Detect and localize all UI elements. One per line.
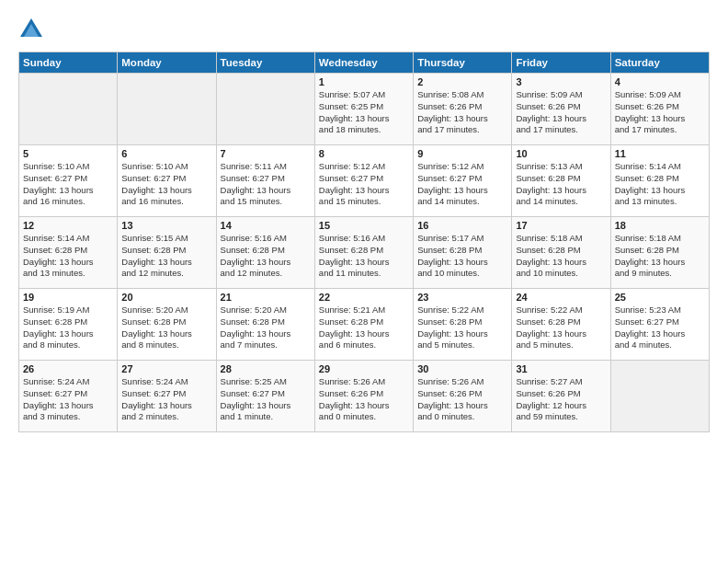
- day-number: 24: [516, 292, 606, 303]
- day-info: Sunrise: 5:27 AM Sunset: 6:26 PM Dayligh…: [516, 376, 606, 423]
- day-info: Sunrise: 5:09 AM Sunset: 6:26 PM Dayligh…: [516, 89, 606, 136]
- calendar-cell-w4d1: 27Sunrise: 5:24 AM Sunset: 6:27 PM Dayli…: [118, 361, 216, 432]
- day-number: 26: [23, 363, 113, 374]
- day-info: Sunrise: 5:15 AM Sunset: 6:28 PM Dayligh…: [121, 233, 211, 280]
- day-info: Sunrise: 5:14 AM Sunset: 6:28 PM Dayligh…: [615, 161, 705, 208]
- logo-icon: [18, 17, 44, 42]
- day-number: 29: [319, 363, 409, 374]
- day-number: 5: [23, 148, 113, 159]
- calendar-cell-w1d1: 6Sunrise: 5:10 AM Sunset: 6:27 PM Daylig…: [118, 145, 216, 217]
- day-info: Sunrise: 5:18 AM Sunset: 6:28 PM Dayligh…: [516, 233, 606, 280]
- day-info: Sunrise: 5:12 AM Sunset: 6:27 PM Dayligh…: [319, 161, 409, 208]
- calendar-cell-w2d5: 17Sunrise: 5:18 AM Sunset: 6:28 PM Dayli…: [512, 217, 610, 289]
- calendar-cell-w4d0: 26Sunrise: 5:24 AM Sunset: 6:27 PM Dayli…: [19, 361, 118, 432]
- day-number: 15: [319, 220, 409, 231]
- day-number: 13: [121, 220, 211, 231]
- day-info: Sunrise: 5:19 AM Sunset: 6:28 PM Dayligh…: [23, 304, 113, 351]
- day-info: Sunrise: 5:08 AM Sunset: 6:26 PM Dayligh…: [417, 89, 507, 136]
- calendar-cell-w4d2: 28Sunrise: 5:25 AM Sunset: 6:27 PM Dayli…: [216, 361, 314, 432]
- day-info: Sunrise: 5:24 AM Sunset: 6:27 PM Dayligh…: [121, 376, 211, 423]
- calendar-cell-w3d3: 22Sunrise: 5:21 AM Sunset: 6:28 PM Dayli…: [314, 289, 413, 361]
- day-number: 21: [221, 292, 311, 303]
- calendar-cell-w0d6: 4Sunrise: 5:09 AM Sunset: 6:26 PM Daylig…: [610, 74, 709, 145]
- day-info: Sunrise: 5:20 AM Sunset: 6:28 PM Dayligh…: [121, 304, 211, 351]
- day-info: Sunrise: 5:07 AM Sunset: 6:25 PM Dayligh…: [319, 89, 409, 136]
- calendar-cell-w1d4: 9Sunrise: 5:12 AM Sunset: 6:27 PM Daylig…: [414, 145, 512, 217]
- calendar-cell-w4d6: [610, 361, 709, 432]
- calendar-week-3: 19Sunrise: 5:19 AM Sunset: 6:28 PM Dayli…: [19, 289, 710, 361]
- day-number: 4: [615, 76, 705, 87]
- day-number: 28: [221, 363, 311, 374]
- day-info: Sunrise: 5:22 AM Sunset: 6:28 PM Dayligh…: [516, 304, 606, 351]
- day-info: Sunrise: 5:26 AM Sunset: 6:26 PM Dayligh…: [319, 376, 409, 423]
- calendar-week-1: 5Sunrise: 5:10 AM Sunset: 6:27 PM Daylig…: [19, 145, 710, 217]
- calendar-header-friday: Friday: [512, 52, 610, 74]
- calendar-cell-w1d3: 8Sunrise: 5:12 AM Sunset: 6:27 PM Daylig…: [314, 145, 413, 217]
- day-info: Sunrise: 5:22 AM Sunset: 6:28 PM Dayligh…: [417, 304, 507, 351]
- day-info: Sunrise: 5:09 AM Sunset: 6:26 PM Dayligh…: [615, 89, 705, 136]
- calendar-header-thursday: Thursday: [414, 52, 512, 74]
- calendar-week-4: 26Sunrise: 5:24 AM Sunset: 6:27 PM Dayli…: [19, 361, 710, 432]
- calendar-cell-w2d1: 13Sunrise: 5:15 AM Sunset: 6:28 PM Dayli…: [118, 217, 216, 289]
- day-info: Sunrise: 5:10 AM Sunset: 6:27 PM Dayligh…: [121, 161, 211, 208]
- day-number: 8: [319, 148, 409, 159]
- day-info: Sunrise: 5:26 AM Sunset: 6:26 PM Dayligh…: [417, 376, 507, 423]
- day-number: 22: [319, 292, 409, 303]
- calendar-cell-w3d1: 20Sunrise: 5:20 AM Sunset: 6:28 PM Dayli…: [118, 289, 216, 361]
- day-number: 14: [221, 220, 311, 231]
- calendar-cell-w1d5: 10Sunrise: 5:13 AM Sunset: 6:28 PM Dayli…: [512, 145, 610, 217]
- day-info: Sunrise: 5:14 AM Sunset: 6:28 PM Dayligh…: [23, 233, 113, 280]
- day-number: 2: [417, 76, 507, 87]
- calendar-cell-w0d3: 1Sunrise: 5:07 AM Sunset: 6:25 PM Daylig…: [314, 74, 413, 145]
- header: [18, 17, 710, 42]
- day-number: 27: [121, 363, 211, 374]
- day-info: Sunrise: 5:21 AM Sunset: 6:28 PM Dayligh…: [319, 304, 409, 351]
- day-number: 1: [319, 76, 409, 87]
- calendar-header-saturday: Saturday: [610, 52, 709, 74]
- day-number: 10: [516, 148, 606, 159]
- day-number: 23: [417, 292, 507, 303]
- day-info: Sunrise: 5:20 AM Sunset: 6:28 PM Dayligh…: [221, 304, 311, 351]
- calendar-header-monday: Monday: [118, 52, 216, 74]
- calendar-cell-w0d2: [216, 74, 314, 145]
- day-info: Sunrise: 5:13 AM Sunset: 6:28 PM Dayligh…: [516, 161, 606, 208]
- day-number: 17: [516, 220, 606, 231]
- day-info: Sunrise: 5:11 AM Sunset: 6:27 PM Dayligh…: [221, 161, 311, 208]
- day-info: Sunrise: 5:18 AM Sunset: 6:28 PM Dayligh…: [615, 233, 705, 280]
- calendar-cell-w2d0: 12Sunrise: 5:14 AM Sunset: 6:28 PM Dayli…: [19, 217, 118, 289]
- calendar-cell-w3d6: 25Sunrise: 5:23 AM Sunset: 6:27 PM Dayli…: [610, 289, 709, 361]
- day-info: Sunrise: 5:10 AM Sunset: 6:27 PM Dayligh…: [23, 161, 113, 208]
- calendar-cell-w1d6: 11Sunrise: 5:14 AM Sunset: 6:28 PM Dayli…: [610, 145, 709, 217]
- day-number: 12: [23, 220, 113, 231]
- calendar-cell-w0d1: [118, 74, 216, 145]
- page: SundayMondayTuesdayWednesdayThursdayFrid…: [0, 0, 728, 563]
- calendar-cell-w0d4: 2Sunrise: 5:08 AM Sunset: 6:26 PM Daylig…: [414, 74, 512, 145]
- calendar-cell-w4d3: 29Sunrise: 5:26 AM Sunset: 6:26 PM Dayli…: [314, 361, 413, 432]
- calendar-cell-w3d5: 24Sunrise: 5:22 AM Sunset: 6:28 PM Dayli…: [512, 289, 610, 361]
- calendar-cell-w2d2: 14Sunrise: 5:16 AM Sunset: 6:28 PM Dayli…: [216, 217, 314, 289]
- day-info: Sunrise: 5:24 AM Sunset: 6:27 PM Dayligh…: [23, 376, 113, 423]
- day-number: 20: [121, 292, 211, 303]
- calendar-cell-w1d0: 5Sunrise: 5:10 AM Sunset: 6:27 PM Daylig…: [19, 145, 118, 217]
- calendar-cell-w3d4: 23Sunrise: 5:22 AM Sunset: 6:28 PM Dayli…: [414, 289, 512, 361]
- calendar: SundayMondayTuesdayWednesdayThursdayFrid…: [18, 52, 710, 432]
- calendar-week-2: 12Sunrise: 5:14 AM Sunset: 6:28 PM Dayli…: [19, 217, 710, 289]
- calendar-cell-w4d5: 31Sunrise: 5:27 AM Sunset: 6:26 PM Dayli…: [512, 361, 610, 432]
- calendar-cell-w2d4: 16Sunrise: 5:17 AM Sunset: 6:28 PM Dayli…: [414, 217, 512, 289]
- day-info: Sunrise: 5:12 AM Sunset: 6:27 PM Dayligh…: [417, 161, 507, 208]
- calendar-cell-w2d6: 18Sunrise: 5:18 AM Sunset: 6:28 PM Dayli…: [610, 217, 709, 289]
- day-info: Sunrise: 5:16 AM Sunset: 6:28 PM Dayligh…: [221, 233, 311, 280]
- day-number: 18: [615, 220, 705, 231]
- calendar-cell-w0d5: 3Sunrise: 5:09 AM Sunset: 6:26 PM Daylig…: [512, 74, 610, 145]
- day-number: 16: [417, 220, 507, 231]
- day-number: 19: [23, 292, 113, 303]
- day-info: Sunrise: 5:16 AM Sunset: 6:28 PM Dayligh…: [319, 233, 409, 280]
- day-info: Sunrise: 5:23 AM Sunset: 6:27 PM Dayligh…: [615, 304, 705, 351]
- calendar-cell-w3d0: 19Sunrise: 5:19 AM Sunset: 6:28 PM Dayli…: [19, 289, 118, 361]
- calendar-header-wednesday: Wednesday: [314, 52, 413, 74]
- calendar-header-sunday: Sunday: [19, 52, 118, 74]
- day-info: Sunrise: 5:25 AM Sunset: 6:27 PM Dayligh…: [221, 376, 311, 423]
- day-number: 31: [516, 363, 606, 374]
- day-number: 11: [615, 148, 705, 159]
- calendar-cell-w4d4: 30Sunrise: 5:26 AM Sunset: 6:26 PM Dayli…: [414, 361, 512, 432]
